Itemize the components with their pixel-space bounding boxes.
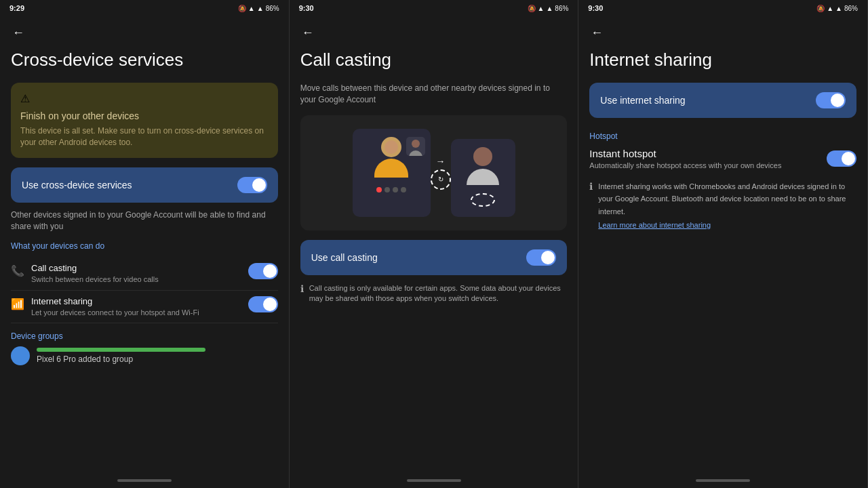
illus-phone-left [353,129,431,217]
device-groups-title: Device groups [11,331,278,341]
panel-cross-device-services: 9:29 🔕 ▲ ▲ 86% ← Cross-device services ⚠… [0,0,290,488]
hotspot-section-label: Hotspot [589,131,856,141]
internet-sharing-toggle-wrap [248,296,278,312]
feature-call-sub: Switch between devices for video calls [31,274,241,284]
illus-small-avatar [406,137,425,156]
status-bar-1: 9:29 🔕 ▲ ▲ 86% [0,0,289,16]
status-icons-2: 🔕 ▲ ▲ 86% [528,5,569,12]
call-casting-toggle-wrap [248,263,278,279]
call-casting-info-text: Call casting is only available for certa… [309,283,568,304]
content-3: Internet sharing Use internet sharing Ho… [578,49,867,476]
back-button-2[interactable]: ← [299,23,317,43]
content-2: Call casting Move calls between this dev… [290,49,578,476]
status-icons-1: 🔕 ▲ ▲ 86% [238,5,279,12]
what-devices-label: What your devices can do [11,241,278,251]
illus-head-left [381,137,401,157]
illus-face-left [384,140,398,154]
battery-2: 86% [555,5,568,12]
cross-device-sub-desc: Other devices signed in to your Google A… [11,209,278,232]
sharing-info-block: Internet sharing works with Chromebooks … [598,180,856,230]
device-avatar [11,346,30,365]
wifi-icon-2: ▲ [538,5,545,12]
illus-phone-right [451,139,515,217]
signal-icon-2: ▲ [546,5,553,12]
call-casting-icon: 📞 [11,264,24,277]
home-indicator-1 [117,479,172,482]
internet-sharing-toggle[interactable] [248,296,278,312]
status-icons-3: 🔕 ▲ ▲ 86% [816,5,858,12]
panel-internet-sharing: 9:30 🔕 ▲ ▲ 86% ← Internet sharing Use in… [578,0,868,488]
call-casting-toggle[interactable] [248,263,278,279]
time-1: 9:29 [9,4,24,12]
warning-icon: ⚠ [20,92,269,105]
back-button-3[interactable]: ← [588,23,606,43]
back-row-2: ← [290,16,578,49]
info-icon-2: ℹ [300,283,304,294]
dot-grey-3 [401,187,406,192]
time-3: 9:30 [588,4,603,12]
call-casting-desc: Move calls between this device and other… [300,83,568,106]
status-bar-3: 9:30 🔕 ▲ ▲ 86% [578,0,867,16]
use-internet-sharing-label: Use internet sharing [600,95,685,106]
back-row-1: ← [0,16,289,49]
toggle-thumb-share [831,94,844,107]
illus-body-right [467,169,499,185]
hotspot-text-block: Instant hotspot Automatically share hots… [589,148,781,171]
status-bar-2: 9:30 🔕 ▲ ▲ 86% [290,0,578,16]
use-internet-sharing-row[interactable]: Use internet sharing [589,83,856,118]
feature-sharing-text: Internet sharing Let your devices connec… [31,296,241,317]
cross-device-toggle[interactable] [237,177,267,193]
battery-1: 86% [266,5,279,12]
sharing-info-text: Internet sharing works with Chromebooks … [598,182,846,216]
mute-icon: 🔕 [238,5,246,12]
small-head [412,140,420,148]
signal-icon-3: ▲ [835,5,842,12]
warning-card: ⚠ Finish on your other devices This devi… [11,83,278,158]
arrow-right-icon: → [436,156,446,167]
page-title-2: Call casting [300,49,568,70]
illus-dashed-bottom [471,193,495,207]
sharing-info-row: ℹ Internet sharing works with Chromebook… [589,180,856,230]
small-body [409,150,422,156]
page-title-3: Internet sharing [589,49,856,70]
illus-body-left [374,159,408,178]
page-title-1: Cross-device services [11,49,278,70]
feature-call-name: Call casting [31,263,241,273]
illus-head-right [473,147,492,166]
use-internet-sharing-toggle[interactable] [816,92,846,108]
signal-icon: ▲ [257,5,264,12]
instant-hotspot-toggle[interactable] [827,150,856,167]
bottom-bar-3 [578,476,867,488]
illus-arrows: → ↻ [431,156,451,190]
dot-grey-2 [393,187,398,192]
wifi-icon: ▲ [248,5,255,12]
cross-device-toggle-row[interactable]: Use cross-device services [11,167,278,203]
home-indicator-2 [407,479,461,482]
feature-sharing-sub: Let your devices connect to your hotspot… [31,308,241,317]
call-casting-illustration: → ↻ [300,115,568,230]
wifi-icon-3: ▲ [827,5,833,12]
toggle-thumb-cast [541,251,555,264]
feature-call-text: Call casting Switch between devices for … [31,263,241,284]
hotspot-row: Instant hotspot Automatically share hots… [589,148,856,171]
feature-call-casting: 📞 Call casting Switch between devices fo… [11,258,278,290]
home-indicator-3 [696,479,750,482]
back-button-1[interactable]: ← [9,23,27,43]
call-indicator [358,183,425,197]
panel-call-casting: 9:30 🔕 ▲ ▲ 86% ← Call casting Move calls… [290,0,579,488]
device-progress-wrap: Pixel 6 Pro added to group [37,348,278,364]
back-row-3: ← [578,16,867,49]
call-casting-toggle-row[interactable]: Use call casting [300,240,568,275]
feature-sharing-name: Internet sharing [31,296,241,306]
illus-inner: → ↻ [353,122,515,224]
learn-link[interactable]: Learn more about internet sharing [598,221,856,229]
cross-device-toggle-label: Use cross-device services [22,180,132,190]
toggle-thumb [252,178,266,192]
mute-icon-3: 🔕 [816,5,825,12]
call-casting-toggle-main[interactable] [526,249,556,266]
mute-icon-2: 🔕 [528,5,536,12]
dot-grey-1 [384,187,390,192]
device-group-row: Pixel 6 Pro added to group [11,346,278,365]
bottom-bar-2 [290,476,578,488]
bottom-bar-1 [0,476,289,488]
